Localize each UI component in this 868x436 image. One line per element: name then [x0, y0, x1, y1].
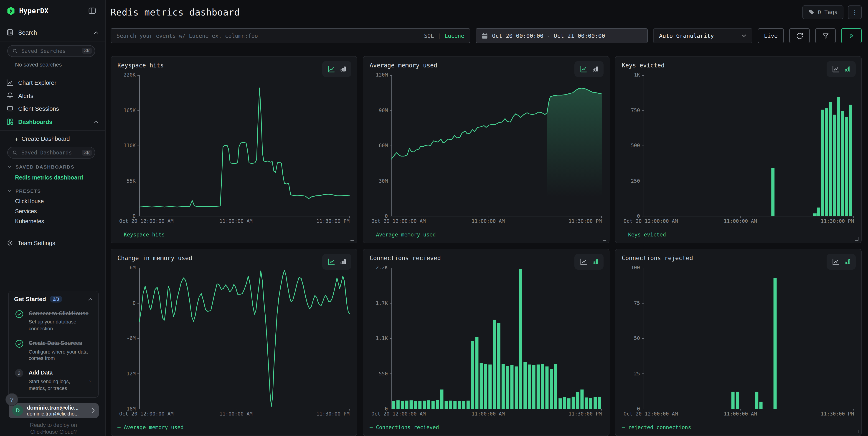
get-started-title: Get Started — [14, 295, 46, 302]
x-tick-label: 11:30:00 PM — [316, 411, 349, 417]
chart-legend: — rejected connections — [622, 423, 854, 432]
help-button[interactable]: ? — [5, 393, 18, 406]
search-icon — [12, 48, 18, 54]
lucene-mode-toggle[interactable]: Lucene — [444, 33, 464, 39]
bar-chart-toggle-icon[interactable] — [591, 258, 598, 265]
date-range-picker[interactable]: Oct 20 00:00:00 - Oct 21 00:00:00 — [476, 28, 648, 43]
chart-plot[interactable] — [139, 75, 349, 216]
line-chart-toggle-icon[interactable] — [328, 258, 335, 265]
bell-icon — [6, 92, 14, 99]
sidebar-item-team-settings[interactable]: Team Settings — [0, 236, 105, 250]
app: HyperDX Search ⌘K No saved searches Char… — [0, 0, 868, 436]
event-search-input[interactable] — [111, 33, 470, 39]
tag-icon — [808, 9, 814, 15]
legend-dash: — — [622, 424, 625, 431]
chevron-up-icon — [94, 31, 99, 34]
y-tick-label: 120M — [376, 72, 388, 78]
sidebar: HyperDX Search ⌘K No saved searches Char… — [0, 0, 105, 436]
dashboard-menu-button[interactable]: ⋮ — [848, 5, 862, 19]
x-tick-label: Oct 20 12:00:00 AM — [624, 411, 678, 417]
dashboard-grid: Keyspace hits 220K165K110K55K0 Oct 20 12… — [111, 56, 862, 436]
y-tick-label: 220K — [124, 72, 136, 78]
saved-searches-field[interactable] — [21, 48, 79, 55]
chart-plot[interactable] — [644, 75, 854, 216]
preset-kubernetes[interactable]: Kubernetes — [0, 216, 105, 226]
kebab-menu-icon: ⋮ — [851, 8, 858, 16]
sql-mode-toggle[interactable]: SQL — [424, 33, 434, 39]
line-chart-toggle-icon[interactable] — [328, 65, 335, 73]
chart-title: Connections recieved — [370, 255, 602, 262]
get-started-step-1[interactable]: Connect to ClickHouse Set up your databa… — [14, 309, 93, 332]
collapse-sidebar-icon[interactable] — [88, 7, 96, 14]
x-axis-labels: Oct 20 12:00:00 AM 11:00:00 AM 11:30:00 … — [392, 411, 602, 418]
chevron-down-icon — [7, 189, 12, 192]
preset-clickhouse[interactable]: ClickHouse — [0, 196, 105, 206]
x-tick-label: 11:30:00 PM — [568, 218, 602, 224]
legend-dash: — — [622, 231, 625, 238]
presets-group[interactable]: PRESETS — [0, 185, 105, 196]
saved-searches-input[interactable]: ⌘K — [7, 45, 95, 57]
chart-title: Keyspace hits — [118, 62, 349, 69]
line-chart-toggle-icon[interactable] — [580, 65, 587, 73]
sidebar-item-client-sessions[interactable]: Client Sessions — [0, 102, 105, 115]
refresh-icon — [796, 32, 803, 39]
chart-plot[interactable] — [392, 75, 602, 216]
chart-plot[interactable] — [392, 268, 602, 409]
create-dashboard-button[interactable]: + Create Dashboard — [0, 132, 105, 145]
resize-handle[interactable] — [855, 237, 859, 240]
resize-handle[interactable] — [602, 237, 606, 240]
bar-chart-toggle-icon[interactable] — [339, 258, 346, 265]
x-tick-label: Oct 20 12:00:00 AM — [371, 411, 426, 417]
get-started-step-2[interactable]: Create Data Sources Configure where your… — [14, 339, 93, 362]
chart-type-toggle — [322, 254, 351, 270]
x-tick-label: Oct 20 12:00:00 AM — [119, 411, 174, 417]
y-tick-label: -6M — [127, 335, 136, 342]
chart-plot[interactable] — [644, 268, 854, 409]
y-axis-labels: 1K7505002500 — [622, 75, 644, 216]
live-button[interactable]: Live — [758, 28, 784, 43]
saved-dashboards-field[interactable] — [21, 149, 79, 156]
sidebar-item-alerts[interactable]: Alerts — [0, 89, 105, 102]
filters-button[interactable] — [815, 28, 836, 43]
chart-panel: Connections recieved 2.2K1.7K1.1K5500 Oc… — [363, 249, 610, 436]
bar-chart-toggle-icon[interactable] — [591, 66, 598, 72]
x-tick-label: Oct 20 12:00:00 AM — [119, 218, 174, 224]
chart-title: Average memory used — [370, 62, 602, 69]
tags-button[interactable]: 0 Tags — [802, 5, 843, 19]
sidebar-item-search[interactable]: Search — [0, 26, 105, 39]
resize-handle[interactable] — [350, 430, 354, 433]
bar-chart-toggle-icon[interactable] — [844, 66, 850, 72]
bar-chart-toggle-icon[interactable] — [844, 258, 850, 265]
granularity-select[interactable]: Auto Granularity — [653, 28, 752, 43]
resize-handle[interactable] — [350, 237, 354, 240]
refresh-button[interactable] — [789, 28, 810, 43]
legend-label: Average memory used — [124, 424, 184, 431]
resize-handle[interactable] — [855, 430, 859, 433]
chart-plot[interactable] — [139, 268, 349, 409]
bar-chart-toggle-icon[interactable] — [339, 66, 346, 72]
line-chart-toggle-icon[interactable] — [580, 258, 587, 265]
y-tick-label: 55K — [127, 178, 136, 184]
run-query-button[interactable] — [841, 28, 862, 43]
sidebar-item-chart-explorer[interactable]: Chart Explorer — [0, 76, 105, 89]
user-account-button[interactable]: D dominic.tran@clic... dominic.tran@clic… — [9, 403, 99, 418]
legend-label: rejected connections — [628, 424, 691, 431]
x-tick-label: Oct 20 12:00:00 AM — [624, 218, 678, 224]
line-chart-toggle-icon[interactable] — [832, 258, 839, 265]
y-tick-label: 50 — [634, 335, 640, 342]
chevron-down-icon — [741, 34, 746, 37]
saved-dashboards-group[interactable]: SAVED DASHBOARDS — [0, 162, 105, 172]
line-chart-toggle-icon[interactable] — [832, 65, 839, 73]
play-icon — [848, 33, 854, 39]
sidebar-item-dashboards[interactable]: Dashboards — [0, 115, 105, 128]
shortcut-badge: ⌘K — [82, 150, 92, 156]
resize-handle[interactable] — [602, 430, 606, 433]
preset-services[interactable]: Services — [0, 206, 105, 216]
x-tick-label: 11:00:00 AM — [219, 218, 253, 224]
y-tick-label: 75 — [634, 300, 640, 307]
saved-dashboards-input[interactable]: ⌘K — [7, 147, 95, 159]
chevron-right-icon — [92, 408, 95, 413]
shortcut-badge: ⌘K — [82, 48, 92, 54]
get-started-step-3[interactable]: 3 Add Data Start sending logs, metrics, … — [14, 368, 93, 392]
saved-dashboard-redis[interactable]: Redis metrics dashboard — [0, 172, 105, 183]
